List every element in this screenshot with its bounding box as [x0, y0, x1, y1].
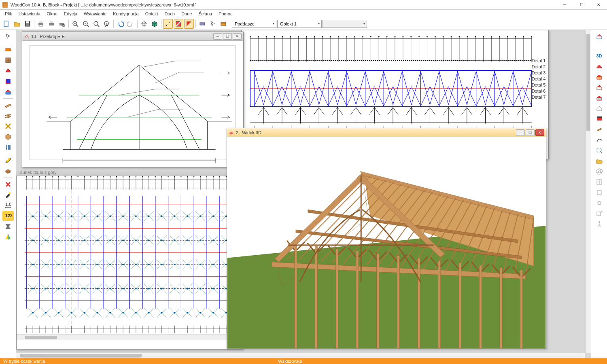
right-roof1[interactable]: [594, 61, 605, 71]
cross-tool[interactable]: [2, 121, 14, 131]
pencil-tool[interactable]: [2, 156, 14, 165]
delete-tool[interactable]: [2, 180, 14, 189]
svg-point-61: [258, 36, 259, 37]
3d-mode-button[interactable]: 3D: [594, 51, 605, 61]
svg-point-115: [475, 36, 476, 37]
menu-wstawianie[interactable]: Wstawianie: [81, 11, 110, 17]
storey-combo[interactable]: Poddasze▾: [232, 20, 276, 28]
menu-plik[interactable]: Plik: [2, 11, 15, 17]
menu-ustawienia[interactable]: Ustawienia: [15, 11, 44, 17]
new-file-button[interactable]: [2, 19, 11, 29]
right-house3[interactable]: [594, 93, 605, 103]
maximize-button[interactable]: ☐: [573, 0, 590, 9]
view3d-canvas[interactable]: [227, 137, 546, 348]
dimension-tool[interactable]: 1.0: [2, 201, 14, 210]
open-file-button[interactable]: [12, 19, 22, 29]
target-icon[interactable]: [139, 19, 149, 29]
minimize-button[interactable]: ─: [556, 0, 573, 9]
hatch-button[interactable]: [197, 19, 207, 29]
right-plate[interactable]: [594, 125, 605, 134]
layer-combo[interactable]: ▾: [323, 20, 367, 28]
right-house2[interactable]: [594, 83, 605, 92]
right-open[interactable]: [594, 156, 605, 166]
scrollbar-horizontal[interactable]: [17, 334, 237, 340]
fill-tool[interactable]: [2, 76, 14, 86]
box-button[interactable]: [219, 19, 228, 29]
zoom-out-button[interactable]: [81, 19, 91, 29]
right-rotate[interactable]: [594, 198, 605, 208]
print2-button[interactable]: [47, 19, 56, 29]
right-select[interactable]: [594, 146, 605, 155]
right-curve[interactable]: [594, 135, 605, 145]
undo-button[interactable]: [115, 19, 125, 29]
window-tool[interactable]: [2, 55, 14, 65]
mdi-scrollbar-horizontal[interactable]: [16, 353, 585, 358]
redo-button[interactable]: [126, 19, 136, 29]
mode3-button[interactable]: [184, 19, 194, 29]
menu-edycja[interactable]: Edycja: [61, 11, 81, 17]
beam-tool[interactable]: [2, 100, 14, 110]
right-2d[interactable]: 2D: [594, 167, 605, 176]
close-button[interactable]: ✕: [590, 0, 607, 9]
beam2-tool[interactable]: [2, 111, 14, 121]
right-grid[interactable]: [594, 177, 605, 187]
menu-dach[interactable]: Dach: [161, 11, 178, 17]
child-close-button[interactable]: ✕: [233, 33, 242, 40]
child-maximize-button[interactable]: ☐: [223, 33, 232, 40]
view3d-window[interactable]: 2 : Widok 3D ─ ☐ ✕: [227, 128, 546, 349]
wall-tool[interactable]: [2, 45, 14, 55]
zoom-fit-button[interactable]: [91, 19, 101, 29]
zoom-in-button[interactable]: [70, 19, 80, 29]
menu-obiekt[interactable]: Obiekt: [142, 11, 161, 17]
right-export[interactable]: [594, 209, 605, 218]
pointer-tool[interactable]: [2, 32, 14, 41]
columns-tool[interactable]: [2, 142, 14, 152]
menu-kondygnacja[interactable]: Kondygnacja: [110, 11, 142, 17]
print-preview-button[interactable]: [57, 19, 67, 29]
mode2-button[interactable]: [174, 19, 183, 29]
child-minimize-button[interactable]: ─: [213, 33, 222, 40]
menu-okno[interactable]: Okno: [44, 11, 61, 17]
svg-point-245: [200, 264, 201, 265]
right-house1[interactable]: [594, 72, 605, 82]
svg-point-237: [96, 264, 98, 265]
plan-label-bar: sunek rzutu z góry: [16, 169, 241, 176]
child-minimize-button[interactable]: ─: [516, 129, 525, 136]
eraser-icon: [229, 130, 234, 135]
menu-sciana[interactable]: Ściana: [195, 11, 216, 17]
plan-window[interactable]: [16, 171, 243, 349]
block-tool[interactable]: [2, 166, 14, 176]
svg-line-16: [87, 25, 89, 27]
child-close-button[interactable]: ✕: [535, 129, 544, 136]
mode1-button[interactable]: [163, 19, 173, 29]
svg-point-507: [599, 221, 600, 223]
box3d-tool[interactable]: [2, 132, 14, 142]
menu-dane[interactable]: Dane: [178, 11, 195, 17]
child-maximize-button[interactable]: ☐: [526, 129, 535, 136]
svg-point-123: [507, 36, 508, 37]
label-tool[interactable]: 123: [2, 211, 14, 221]
cube-icon[interactable]: [150, 19, 159, 29]
print-button[interactable]: [36, 19, 46, 29]
status-mid: Wskazówka: [275, 359, 305, 364]
right-flag[interactable]: [594, 114, 605, 124]
edit-tool[interactable]: [2, 190, 14, 200]
mirror-tool[interactable]: [2, 232, 14, 242]
zoom-actual-button[interactable]: A: [102, 19, 112, 29]
save-button[interactable]: [23, 19, 32, 29]
roof-tool[interactable]: [2, 66, 14, 76]
house-tool[interactable]: [2, 87, 14, 97]
mdi-scrollbar-vertical[interactable]: [585, 30, 591, 353]
right-walk[interactable]: [594, 219, 605, 229]
cursor-button[interactable]: [208, 19, 218, 29]
svg-point-75: [314, 36, 315, 37]
section-window[interactable]: 13 : Przekrój E-E ─ ☐ ✕: [22, 32, 244, 167]
svg-point-200: [32, 215, 34, 217]
menu-pomoc[interactable]: Pomoc: [215, 11, 236, 17]
object-combo[interactable]: Obiekt 1▾: [277, 20, 322, 28]
separator: [230, 20, 230, 28]
right-square[interactable]: [594, 188, 605, 197]
steel-tool[interactable]: [2, 222, 14, 231]
right-wire[interactable]: [594, 104, 605, 113]
house-right-icon[interactable]: [594, 32, 605, 41]
